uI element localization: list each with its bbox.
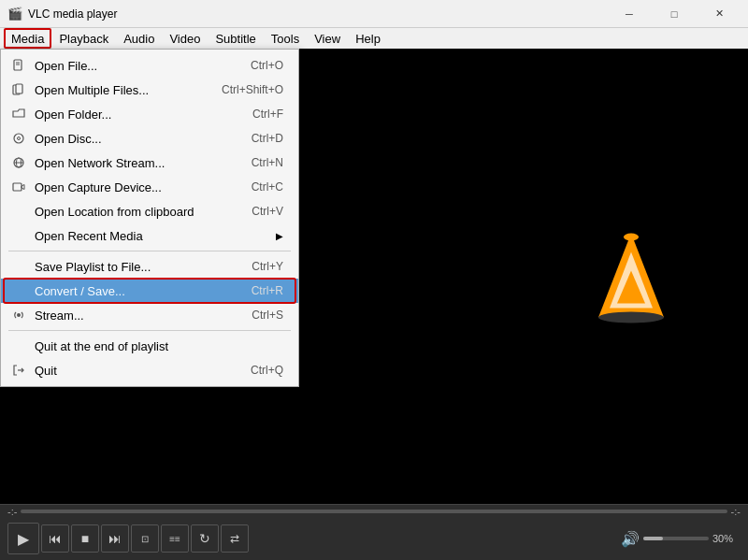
menu-item-subtitle[interactable]: Subtitle xyxy=(208,28,263,49)
menu-save-playlist[interactable]: Save Playlist to File... Ctrl+Y xyxy=(1,254,298,279)
quit-end-label: Quit at the end of playlist xyxy=(35,339,168,353)
window-title: VLC media player xyxy=(28,7,608,21)
vlc-logo xyxy=(589,223,673,329)
svg-point-5 xyxy=(14,134,23,143)
files-icon xyxy=(10,81,27,98)
svg-marker-11 xyxy=(22,185,24,190)
save-playlist-label: Save Playlist to File... xyxy=(35,260,151,274)
menu-quit[interactable]: Quit Ctrl+Q xyxy=(1,358,298,382)
menu-open-capture[interactable]: Open Capture Device... Ctrl+C xyxy=(1,175,298,199)
menu-item-tools[interactable]: Tools xyxy=(264,28,307,49)
open-capture-shortcut: Ctrl+C xyxy=(252,180,283,194)
random-button[interactable]: ⇄ xyxy=(221,524,249,553)
svg-point-18 xyxy=(624,233,639,240)
menu-convert-save[interactable]: Convert / Save... Ctrl+R xyxy=(1,279,298,303)
stream-shortcut: Ctrl+S xyxy=(252,309,283,322)
maximize-button[interactable]: □ xyxy=(653,0,696,28)
svg-point-6 xyxy=(18,137,21,140)
separator-1 xyxy=(8,251,291,251)
open-file-label: Open File... xyxy=(35,59,97,73)
main-area: Open File... Ctrl+O Open Multiple Files.… xyxy=(0,49,748,504)
menu-item-playback[interactable]: Playback xyxy=(51,28,116,49)
open-disc-label: Open Disc... xyxy=(35,132,102,146)
open-folder-shortcut: Ctrl+F xyxy=(252,108,283,121)
volume-fill xyxy=(643,537,663,540)
open-location-label: Open Location from clipboard xyxy=(35,205,194,219)
controls-row: ▶ ⏮ ■ ⏭ ⊡ ≡≡ ↻ ⇄ 🔊 30% xyxy=(0,518,748,560)
folder-icon xyxy=(10,106,27,122)
stream-label: Stream... xyxy=(35,309,84,323)
eq-button[interactable]: ≡≡ xyxy=(161,524,189,553)
dropdown-menu: Open File... Ctrl+O Open Multiple Files.… xyxy=(0,49,299,387)
svg-rect-4 xyxy=(16,84,22,93)
stream-icon xyxy=(10,307,27,323)
menu-bar: Media Playback Audio Video Subtitle Tool… xyxy=(0,28,748,49)
open-multiple-label: Open Multiple Files... xyxy=(35,83,149,97)
minimize-button[interactable]: ─ xyxy=(608,0,651,28)
progress-bar-area: -:- -:- xyxy=(0,505,748,518)
open-network-label: Open Network Stream... xyxy=(35,156,165,170)
menu-item-help[interactable]: Help xyxy=(348,28,388,49)
quit-shortcut: Ctrl+Q xyxy=(251,364,283,377)
quit-label: Quit xyxy=(35,364,57,378)
loop-button[interactable]: ↻ xyxy=(191,524,219,553)
quit-icon xyxy=(10,362,27,379)
open-multiple-shortcut: Ctrl+Shift+O xyxy=(222,83,283,96)
disc-icon xyxy=(10,130,27,147)
menu-open-disc[interactable]: Open Disc... Ctrl+D xyxy=(1,126,298,151)
menu-item-view[interactable]: View xyxy=(307,28,348,49)
menu-quit-end[interactable]: Quit at the end of playlist xyxy=(1,334,298,358)
capture-icon xyxy=(10,179,27,195)
svg-rect-10 xyxy=(13,183,22,191)
save-playlist-shortcut: Ctrl+Y xyxy=(252,260,283,273)
submenu-arrow: ▶ xyxy=(276,231,283,241)
window-controls: ─ □ ✕ xyxy=(608,0,741,28)
open-capture-label: Open Capture Device... xyxy=(35,180,162,194)
play-button[interactable]: ▶ xyxy=(7,523,39,554)
open-network-shortcut: Ctrl+N xyxy=(252,156,283,169)
menu-stream[interactable]: Stream... Ctrl+S xyxy=(1,303,298,327)
volume-icon: 🔊 xyxy=(621,530,640,548)
open-location-shortcut: Ctrl+V xyxy=(252,205,283,218)
close-button[interactable]: ✕ xyxy=(698,0,741,28)
svg-point-12 xyxy=(17,313,21,317)
convert-save-label: Convert / Save... xyxy=(35,284,125,298)
open-recent-label: Open Recent Media xyxy=(35,229,143,243)
svg-point-17 xyxy=(598,311,664,323)
title-bar: 🎬 VLC media player ─ □ ✕ xyxy=(0,0,748,28)
menu-open-folder[interactable]: Open Folder... Ctrl+F xyxy=(1,102,298,126)
volume-area: 🔊 30% xyxy=(621,530,741,548)
menu-open-recent[interactable]: Open Recent Media ▶ xyxy=(1,223,298,248)
file-icon xyxy=(10,57,27,74)
frame-button[interactable]: ⊡ xyxy=(131,524,159,553)
menu-open-network[interactable]: Open Network Stream... Ctrl+N xyxy=(1,151,298,175)
convert-save-wrapper: Convert / Save... Ctrl+R xyxy=(1,279,298,303)
app-icon: 🎬 xyxy=(7,7,22,22)
network-icon xyxy=(10,154,27,171)
volume-slider[interactable] xyxy=(643,537,709,540)
progress-track[interactable] xyxy=(21,510,726,513)
media-dropdown: Open File... Ctrl+O Open Multiple Files.… xyxy=(0,49,299,387)
time-elapsed: -:- xyxy=(7,506,17,517)
time-remaining: -:- xyxy=(731,506,741,517)
separator-2 xyxy=(8,330,291,331)
menu-open-location[interactable]: Open Location from clipboard Ctrl+V xyxy=(1,199,298,223)
menu-item-video[interactable]: Video xyxy=(162,28,208,49)
volume-label: 30% xyxy=(712,533,741,544)
convert-save-shortcut: Ctrl+R xyxy=(252,284,283,297)
menu-item-media[interactable]: Media xyxy=(4,28,51,49)
menu-open-multiple[interactable]: Open Multiple Files... Ctrl+Shift+O xyxy=(1,78,298,102)
menu-item-audio[interactable]: Audio xyxy=(116,28,162,49)
menu-open-file[interactable]: Open File... Ctrl+O xyxy=(1,53,298,78)
player-controls: -:- -:- ▶ ⏮ ■ ⏭ ⊡ ≡≡ ↻ ⇄ 🔊 30% xyxy=(0,504,748,560)
open-folder-label: Open Folder... xyxy=(35,108,111,122)
open-file-shortcut: Ctrl+O xyxy=(251,59,283,72)
open-disc-shortcut: Ctrl+D xyxy=(252,132,283,145)
stop-button[interactable]: ■ xyxy=(71,524,99,553)
prev-button[interactable]: ⏮ xyxy=(41,524,69,553)
next-button[interactable]: ⏭ xyxy=(101,524,129,553)
